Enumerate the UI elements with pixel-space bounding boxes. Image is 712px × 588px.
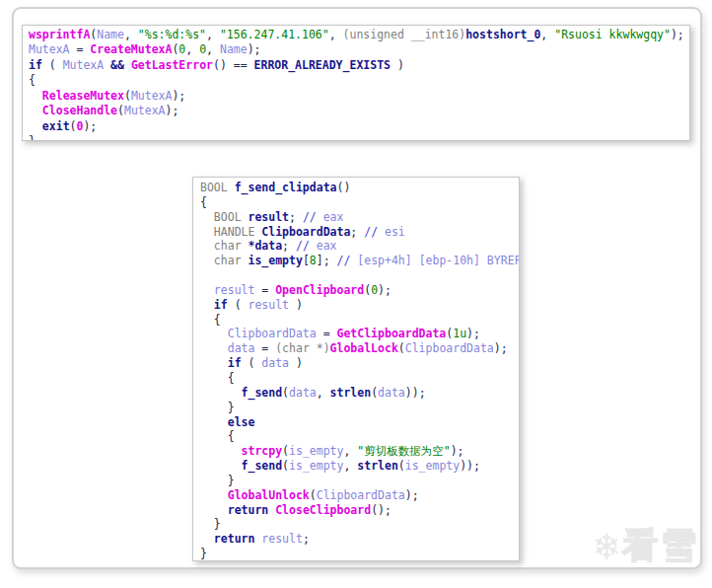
code-line: f_send(data, strlen(data)); — [200, 386, 519, 401]
code-line: return CloseClipboard(); — [200, 503, 519, 518]
code-panel-f-send-clipdata[interactable]: BOOL f_send_clipdata(){ BOOL result; // … — [192, 177, 520, 561]
code-line: else — [200, 415, 519, 430]
code-line: if ( data ) — [200, 356, 519, 371]
code-line: CloseHandle(MutexA); — [29, 104, 689, 118]
code-line: char is_empty[8]; // [esp+4h] [ebp-10h] … — [200, 254, 519, 268]
code-line: } — [200, 401, 519, 415]
code-line: { — [200, 313, 519, 328]
code-line: result = OpenClipboard(0); — [200, 283, 519, 298]
code-line: } — [200, 547, 519, 561]
code-line: { — [29, 73, 689, 88]
code-line: } — [29, 134, 689, 141]
code-panel-mutex-check[interactable]: wsprintfA(Name, "%s:%d:%s", "156.247.41.… — [22, 25, 690, 141]
code-line: ClipboardData = GetClipboardData(1u); — [200, 327, 519, 341]
code-line: GlobalUnlock(ClipboardData); — [200, 488, 519, 503]
code-line: strcpy(is_empty, "剪切板数据为空"); — [200, 444, 519, 459]
code-line: { — [200, 371, 519, 386]
kanxue-watermark: ❄ 看雪 — [595, 526, 699, 565]
code-line: BOOL result; // eax — [200, 210, 519, 225]
code-line: } — [200, 474, 519, 488]
code-line: { — [200, 429, 519, 444]
code-line: } — [200, 517, 519, 532]
kanxue-watermark-text: 看雪 — [622, 528, 699, 563]
code-line: wsprintfA(Name, "%s:%d:%s", "156.247.41.… — [29, 28, 689, 42]
code-line: if ( MutexA && GetLastError() == ERROR_A… — [29, 58, 689, 73]
code-line: char *data; // eax — [200, 239, 519, 254]
code-line: return result; — [200, 532, 519, 547]
code-line: data = (char *)GlobalLock(ClipboardData)… — [200, 341, 519, 356]
code-line: ReleaseMutex(MutexA); — [29, 89, 689, 104]
snowflake-icon: ❄ — [595, 526, 618, 565]
code-line: HANDLE ClipboardData; // esi — [200, 225, 519, 240]
code-line: exit(0); — [29, 119, 689, 134]
code-line: if ( result ) — [200, 298, 519, 313]
code-line: f_send(is_empty, strlen(is_empty)); — [200, 459, 519, 474]
code-line: { — [200, 195, 519, 210]
code-line — [200, 268, 519, 283]
code-line: BOOL f_send_clipdata() — [200, 181, 519, 195]
code-line: MutexA = CreateMutexA(0, 0, Name); — [29, 42, 689, 57]
